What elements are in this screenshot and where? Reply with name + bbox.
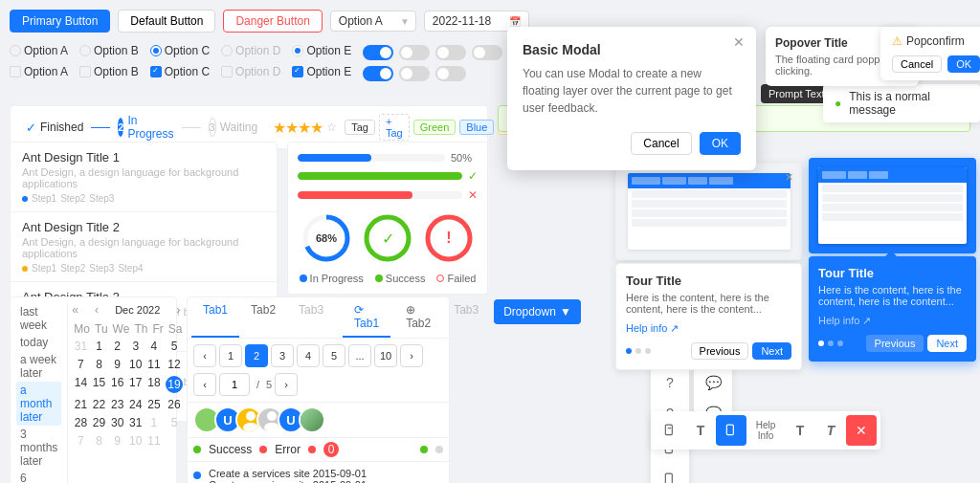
- cal-prev[interactable]: ‹: [95, 303, 99, 317]
- tour2-dots: [818, 340, 843, 346]
- shortcut-month-later[interactable]: a month later: [16, 382, 61, 426]
- bottom-btn-close[interactable]: ✕: [846, 415, 877, 446]
- bottom-btn-doc[interactable]: [655, 415, 685, 446]
- page-4[interactable]: 4: [297, 344, 320, 367]
- page-next-2[interactable]: ›: [275, 373, 298, 396]
- toggle-off-2[interactable]: [435, 45, 466, 60]
- page-next[interactable]: ›: [400, 344, 423, 367]
- option-c-radio-checked[interactable]: Option C: [150, 44, 210, 57]
- bottom-btn-t2[interactable]: T: [785, 415, 815, 446]
- option-a-radio[interactable]: Option A: [10, 44, 68, 57]
- page-3[interactable]: 3: [271, 344, 294, 367]
- list-item-1[interactable]: Ant Design Title 1 Ant Design, a design …: [11, 143, 277, 212]
- tab1[interactable]: Tab1: [191, 297, 239, 338]
- avatar-6[interactable]: [299, 406, 325, 433]
- modal-ok-button[interactable]: OK: [700, 132, 741, 155]
- svg-point-7: [264, 423, 279, 432]
- tour1-link[interactable]: Help info ↗: [626, 322, 791, 335]
- tour1-dots: [626, 348, 651, 354]
- tag-green[interactable]: Green: [413, 120, 457, 135]
- page-prev-2[interactable]: ‹: [193, 373, 216, 396]
- step-in-progress-number: 2: [118, 118, 123, 137]
- toggle-on-1[interactable]: [363, 45, 393, 60]
- tour2-footer: Previous Next: [818, 335, 967, 352]
- shortcut-today[interactable]: today: [16, 334, 61, 351]
- tag-add[interactable]: + Tag: [379, 114, 410, 141]
- star-rating[interactable]: ★★★★: [273, 119, 323, 137]
- page-prev[interactable]: ‹: [193, 344, 216, 367]
- progress-bar-3: [298, 191, 412, 199]
- option-a-check[interactable]: Option A: [10, 65, 68, 78]
- bottom-btn-doc-active[interactable]: [716, 415, 746, 446]
- page-1[interactable]: 1: [219, 344, 242, 367]
- danger-button[interactable]: Danger Button: [223, 10, 322, 33]
- page-5[interactable]: 5: [323, 344, 345, 367]
- total-pages: 5: [266, 379, 272, 390]
- tab2-icon[interactable]: ⊕ Tab2: [394, 297, 442, 338]
- toggle-off-4[interactable]: [399, 66, 430, 81]
- page-ellipsis: ...: [348, 344, 371, 367]
- avatar-status-row: U U: [188, 402, 449, 437]
- cal-dates: 31 1234 567891011 12131415161718 19 2021…: [72, 338, 203, 450]
- shortcut-week-later[interactable]: a week later: [16, 351, 61, 382]
- tour2-dot-1: [818, 340, 824, 346]
- shortcut-6months[interactable]: 6 months later: [16, 470, 61, 483]
- cal-month-year: Dec 2022: [115, 304, 160, 316]
- dot-orange-2: [22, 266, 28, 272]
- shortcut-3months[interactable]: 3 months later: [16, 426, 61, 470]
- tour-2: Tour Title Here is the content, here is …: [809, 256, 976, 362]
- popconfirm-cancel[interactable]: Cancel: [892, 55, 942, 73]
- option-e-check-checked[interactable]: Option E: [292, 65, 351, 78]
- cal-next[interactable]: ›: [176, 303, 180, 317]
- option-b-check[interactable]: Option B: [79, 65, 139, 78]
- radio-unchecked: [79, 45, 91, 56]
- progress-bar-1: [298, 154, 371, 162]
- tab2[interactable]: Tab2: [239, 297, 287, 338]
- page-2-active[interactable]: 2: [245, 344, 268, 367]
- cal-today-cell[interactable]: 19: [166, 376, 183, 393]
- toolbar-btn-question-1[interactable]: ?: [655, 367, 685, 398]
- toggle-off-3[interactable]: [472, 45, 502, 60]
- select-option-a[interactable]: Option A ▼: [330, 11, 416, 32]
- svg-rect-12: [665, 425, 672, 435]
- option-b-radio[interactable]: Option B: [79, 44, 139, 57]
- timeline-dot-1: [193, 472, 201, 479]
- tag-default[interactable]: Tag: [345, 120, 375, 135]
- option-e-radio[interactable]: Option E: [292, 44, 351, 57]
- cal-prev-prev[interactable]: «: [72, 303, 78, 317]
- toolbar-btn-msg[interactable]: 💬: [698, 367, 728, 398]
- bottom-btn-t3[interactable]: T: [815, 415, 846, 446]
- toggle-on-2[interactable]: [363, 66, 393, 81]
- svg-point-6: [267, 411, 277, 421]
- modal-cancel-button[interactable]: Cancel: [631, 132, 691, 155]
- tour2-dot-2: [828, 340, 834, 346]
- tour2-link[interactable]: Help info ↗: [818, 315, 967, 327]
- tour1-content: Here is the content, here is the content…: [626, 292, 791, 315]
- help-info-btn[interactable]: Help Info: [746, 415, 785, 446]
- dropdown-tab[interactable]: Dropdown ▼: [494, 299, 581, 324]
- tab1-icon[interactable]: ⟳ Tab1: [343, 297, 390, 338]
- tour1-prev[interactable]: Previous: [691, 342, 749, 360]
- toggle-off-5[interactable]: [435, 66, 466, 81]
- modal-close-button[interactable]: ✕: [733, 34, 745, 50]
- bottom-btn-t[interactable]: T: [685, 415, 716, 446]
- tour-close-1[interactable]: ✕: [785, 171, 793, 184]
- shortcut-last-week[interactable]: last week: [16, 303, 61, 334]
- list-item-2[interactable]: Ant Design Title 2 Ant Design, a design …: [11, 212, 277, 282]
- toggle-off-1[interactable]: [399, 45, 430, 60]
- tour1-next[interactable]: Next: [752, 342, 791, 360]
- default-button[interactable]: Default Button: [118, 10, 215, 33]
- circ-progress-3: !: [422, 211, 476, 265]
- tour2-prev[interactable]: Previous: [866, 335, 924, 352]
- option-c-check-checked[interactable]: Option C: [150, 65, 210, 78]
- tag-blue[interactable]: Blue: [459, 120, 494, 135]
- page-10[interactable]: 10: [374, 344, 397, 367]
- popconfirm-ok[interactable]: OK: [947, 55, 980, 73]
- toolbar-btn-doc-2[interactable]: [655, 464, 685, 483]
- warning-icon: ⚠: [892, 34, 902, 48]
- progress-legend: In Progress Success Failed: [298, 273, 478, 284]
- tour2-next[interactable]: Next: [927, 335, 967, 352]
- checkbox-checked: [150, 66, 162, 77]
- page-input[interactable]: [219, 373, 250, 396]
- primary-button[interactable]: Primary Button: [10, 10, 110, 33]
